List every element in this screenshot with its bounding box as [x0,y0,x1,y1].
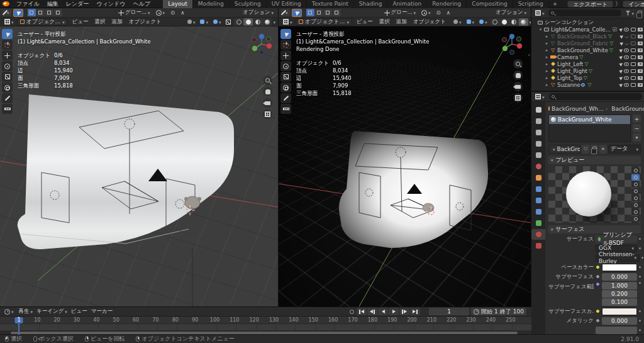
material-slot-list[interactable]: BackGround_White [548,115,631,142]
expander-icon[interactable] [544,34,550,39]
falloff-dropdown[interactable]: ∧ [445,9,452,16]
disable-viewport-icon[interactable] [631,55,636,59]
shading-material-button[interactable] [509,18,519,26]
editor-type-button[interactable] [281,18,294,26]
tool-scale-button[interactable] [2,72,13,82]
outliner-row-suzanne[interactable]: ▽Suzanne▽ [531,81,644,88]
properties-tab-physics[interactable] [531,195,545,206]
active-tool-dropdown[interactable] [3,9,11,16]
properties-tab-world[interactable] [531,161,545,172]
disable-viewport-icon[interactable] [631,62,636,66]
expander-icon[interactable] [544,62,550,67]
timeline-menu-再生[interactable]: 再生 [17,308,35,315]
tool-cursor-button[interactable] [280,40,291,50]
camera-view-button[interactable] [513,82,523,91]
selectable-icon[interactable] [619,34,623,39]
preview-flat-button[interactable] [631,167,640,174]
outliner-row-scene-collection[interactable]: シーンコレクション [531,19,644,26]
viewport-menu-object[interactable]: オブジェクト [410,18,449,25]
outliner-item-label[interactable]: Suzanne [557,82,580,88]
hidden-eye-icon[interactable] [625,35,629,38]
tool-rotate-button[interactable] [280,61,291,71]
disable-viewport-icon[interactable] [631,48,636,52]
timeline-track[interactable] [0,324,531,330]
playhead-frame-label[interactable]: 1 [14,317,23,323]
disable-render-icon[interactable] [638,35,643,38]
workspace-tab-texture-paint[interactable]: Texture Paint [307,0,354,8]
selectable-icon[interactable] [619,41,623,46]
expander-icon[interactable] [544,76,550,81]
editor-type-button[interactable] [3,18,16,26]
expander-icon[interactable] [544,41,550,46]
tool-move-button[interactable] [280,50,291,60]
expander-icon[interactable] [544,82,550,87]
disable-render-icon[interactable] [638,28,643,31]
field-color-3[interactable] [602,308,637,315]
sss-method-dropdown[interactable]: Christensen-Burley [596,254,640,262]
select-mode-invert[interactable] [54,9,62,16]
shading-rendered-button[interactable] [519,18,528,26]
end-frame-field[interactable]: 100 [513,308,524,315]
material-datablock[interactable]: BackGround_... [548,145,580,154]
next-keyframe-button[interactable] [399,308,409,315]
jump-to-end-button[interactable] [410,308,420,315]
menu-edit[interactable]: 編集 [43,1,62,7]
gizmos-dropdown[interactable] [186,18,197,26]
breadcrumb-object[interactable]: BackGround_Wh... [552,106,604,112]
timeline-scrollbar[interactable] [11,332,518,334]
workspace-tab-shading[interactable]: Shading [354,0,388,8]
disable-render-icon[interactable] [638,55,643,59]
properties-tab-texture[interactable] [531,240,545,251]
snap-toggle[interactable] [419,9,433,16]
camera-view-button[interactable] [263,98,272,108]
disable-viewport-icon[interactable] [631,76,636,80]
disable-viewport-icon[interactable] [631,83,636,87]
export-button[interactable]: エクスポート [567,1,613,8]
shading-solid-button[interactable] [243,18,253,26]
vector-component[interactable]: 0.100 [602,298,637,306]
options-dropdown[interactable]: オプション [494,9,528,16]
viewport-canvas-rendered[interactable]: ユーザー - 透視投影 (1) Light&Camera_Collection … [279,26,531,306]
play-button[interactable] [389,308,399,315]
outliner-item-label[interactable]: Light&Camera_Collection [551,26,613,33]
menu-file[interactable]: ファイル [13,1,43,7]
outliner-row-light&camera_collection[interactable]: Light&Camera_Collection [531,26,644,33]
new-collection-icon[interactable] [638,11,642,15]
tool-cursor-button[interactable] [2,40,13,50]
navigation-gizmo[interactable] [499,31,525,57]
outliner-item-label[interactable]: BackGround_White [557,47,608,53]
hide-eye-icon[interactable] [624,48,629,52]
hide-eye-icon[interactable] [624,28,629,31]
selectable-icon[interactable] [618,55,623,60]
scene-collection-label[interactable]: シーンコレクション [545,19,594,26]
properties-tab-scene[interactable] [531,150,545,160]
hide-eye-icon[interactable] [624,62,629,66]
material-slot-selected[interactable]: BackGround_White [549,115,630,124]
outliner-row-light_top[interactable]: Light_Top▽ [531,74,644,81]
pan-button[interactable] [513,70,523,80]
selectable-icon[interactable] [618,62,623,67]
blender-logo-icon[interactable] [3,1,9,6]
disable-viewport-icon[interactable] [631,35,636,38]
outliner-item-label[interactable]: BackGround_Fabric [557,40,608,47]
xray-toggle[interactable] [224,18,233,26]
selectable-icon[interactable] [618,27,623,32]
tool-transform-button[interactable] [2,82,13,93]
outliner-row-camera[interactable]: Camera▽ [531,53,644,60]
section-preview[interactable]: プレビュー [548,156,641,164]
shading-options-dropdown[interactable] [211,18,223,26]
transform-orientation-dropdown[interactable]: グロー... [116,9,152,16]
navigation-gizmo[interactable] [249,31,274,57]
disable-render-icon[interactable] [638,69,643,73]
tool-annotate-button[interactable] [2,93,13,103]
workspace-tab-layout[interactable]: Layout [163,0,193,8]
material-slot-name[interactable]: BackGround_White [558,116,612,123]
outliner-row-background_black[interactable]: ▽BackGround_Black▽ [531,33,644,40]
breadcrumb-material[interactable]: BackGround_Wh... [611,106,644,112]
new-material-button[interactable] [591,145,598,154]
properties-tab-view-layer[interactable] [531,138,545,149]
shading-wireframe-button[interactable] [491,18,500,26]
shading-wireframe-button[interactable] [234,18,243,26]
disable-render-icon[interactable] [638,48,643,52]
workspace-tab-rendering[interactable]: Rendering [427,0,467,8]
